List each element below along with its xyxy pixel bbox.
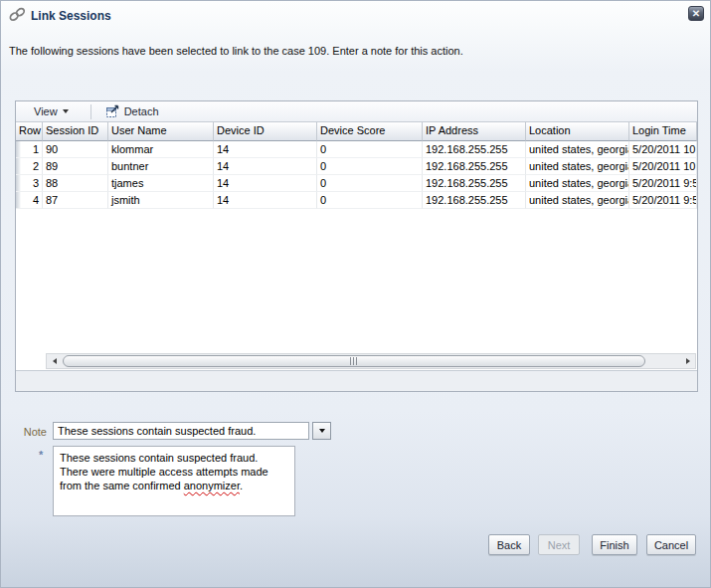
chevron-down-icon (63, 109, 69, 113)
view-menu-button[interactable]: View (30, 103, 73, 119)
next-button: Next (538, 534, 580, 555)
column-header-device-score[interactable]: Device Score (317, 122, 423, 141)
column-header-login-time[interactable]: Login Time (629, 122, 697, 141)
link-sessions-dialog: Link Sessions ✕ The following sessions h… (0, 0, 711, 588)
note-label: Note (15, 426, 47, 438)
detach-icon (105, 103, 120, 120)
detach-label: Detach (124, 105, 159, 117)
table-empty-area (16, 209, 697, 353)
scroll-left-arrow-icon[interactable] (48, 355, 61, 367)
detach-button[interactable]: Detach (101, 101, 163, 122)
table-toolbar: View Detach (16, 101, 697, 122)
column-header-device-id[interactable]: Device ID (214, 122, 317, 141)
sessions-table-panel: View Detach Row Session ID User Na (15, 100, 698, 392)
table-row[interactable]: 2 89 buntner 14 0 192.168.255.255 united… (16, 158, 697, 175)
finish-button[interactable]: Finish (592, 534, 637, 555)
note-textarea[interactable]: These sessions contain suspected fraud. … (53, 446, 295, 516)
dialog-header: Link Sessions (9, 7, 111, 24)
scroll-right-arrow-icon[interactable] (681, 355, 694, 367)
column-header-location[interactable]: Location (526, 122, 629, 141)
view-menu-label: View (34, 105, 58, 117)
column-header-ip-address[interactable]: IP Address (423, 122, 526, 141)
note-dropdown-button[interactable] (312, 422, 331, 440)
misspelled-word: anonymizer (184, 480, 240, 491)
column-header-user-name[interactable]: User Name (108, 122, 214, 141)
table-row[interactable]: 3 88 tjames 14 0 192.168.255.255 united … (16, 175, 697, 192)
scrollbar-track[interactable] (46, 353, 696, 369)
table-row[interactable]: 1 90 klommar 14 0 192.168.255.255 united… (16, 141, 697, 158)
dialog-title: Link Sessions (31, 9, 111, 23)
column-header-session-id[interactable]: Session ID (43, 122, 108, 141)
chevron-down-icon (319, 429, 325, 433)
instruction-text: The following sessions have been selecte… (9, 45, 463, 57)
scrollbar-thumb[interactable] (63, 355, 645, 367)
note-dropdown-input[interactable] (53, 422, 309, 440)
column-header-row[interactable]: Row (16, 122, 43, 141)
table-header-row: Row Session ID User Name Device ID Devic… (16, 122, 697, 141)
horizontal-scrollbar (16, 353, 697, 370)
back-button[interactable]: Back (488, 534, 530, 555)
close-icon[interactable]: ✕ (688, 6, 704, 21)
link-icon (9, 7, 26, 24)
table-footer-strip (16, 370, 697, 391)
cancel-button[interactable]: Cancel (646, 534, 696, 555)
thumb-grip-icon (350, 357, 358, 365)
table-row[interactable]: 4 87 jsmith 14 0 192.168.255.255 united … (16, 192, 697, 209)
required-marker: * (39, 449, 43, 461)
toolbar-separator (90, 104, 91, 119)
